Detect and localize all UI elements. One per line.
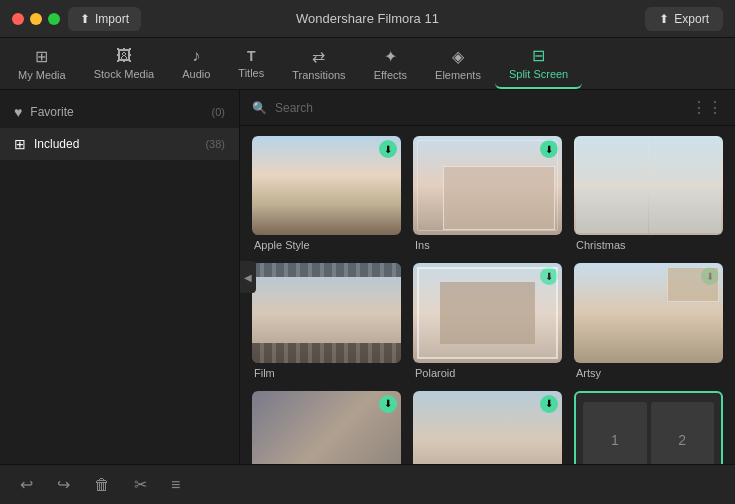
sidebar-label-included: Included xyxy=(34,137,79,151)
grid-label-apple-style: Apple Style xyxy=(252,239,401,251)
nav-label-stock-media: Stock Media xyxy=(94,68,155,80)
grid-label-polaroid: Polaroid xyxy=(413,367,562,379)
nav-label-audio: Audio xyxy=(182,68,210,80)
nav-item-stock-media[interactable]: 🖼 Stock Media xyxy=(80,38,169,89)
audio-icon: ♪ xyxy=(192,47,200,65)
sidebar-item-favorite[interactable]: ♥ Favorite (0) xyxy=(0,96,239,128)
stock-media-icon: 🖼 xyxy=(116,47,132,65)
grid-item-plastic[interactable]: ⬇ Plastic xyxy=(252,391,401,464)
favorite-count: (0) xyxy=(212,106,225,118)
my-media-icon: ⊞ xyxy=(35,47,48,66)
download-badge: ⬇ xyxy=(379,395,397,413)
cut-button[interactable]: ✂ xyxy=(130,471,151,498)
maximize-button[interactable] xyxy=(48,13,60,25)
included-count: (38) xyxy=(205,138,225,150)
menu-button[interactable]: ≡ xyxy=(167,472,184,498)
split-cell-2: 2 xyxy=(651,402,714,464)
thumb-apple-style: ⬇ xyxy=(252,136,401,235)
content-area: 🔍 ⋮⋮ ⬇ Apple Style ⬇ xyxy=(240,90,735,464)
xmas-cell-3 xyxy=(576,186,648,233)
split-inner: 1 2 xyxy=(583,402,714,464)
undo-button[interactable]: ↩ xyxy=(16,471,37,498)
thumb-christmas xyxy=(574,136,723,235)
nav-label-transitions: Transitions xyxy=(292,69,345,81)
download-badge: ⬇ xyxy=(540,395,558,413)
thumb-paper: ⬇ xyxy=(413,391,562,464)
grid-label-film: Film xyxy=(252,367,401,379)
minimize-button[interactable] xyxy=(30,13,42,25)
grid-label-christmas: Christmas xyxy=(574,239,723,251)
import-label: Import xyxy=(95,12,129,26)
nav-item-elements[interactable]: ◈ Elements xyxy=(421,38,495,89)
grid-item-paper[interactable]: ⬇ Paper xyxy=(413,391,562,464)
search-icon: 🔍 xyxy=(252,101,267,115)
nav-label-my-media: My Media xyxy=(18,69,66,81)
close-button[interactable] xyxy=(12,13,24,25)
thumb-polaroid: ⬇ xyxy=(413,263,562,362)
nav-item-my-media[interactable]: ⊞ My Media xyxy=(4,38,80,89)
grid-label-ins: Ins xyxy=(413,239,562,251)
app-title: Wondershare Filmora 11 xyxy=(296,11,439,26)
xmas-cell-1 xyxy=(576,138,648,185)
sidebar: ♥ Favorite (0) ⊞ Included (38) xyxy=(0,90,240,464)
items-grid: ⬇ Apple Style ⬇ Ins xyxy=(252,136,723,464)
thumb-plastic: ⬇ xyxy=(252,391,401,464)
nav-item-audio[interactable]: ♪ Audio xyxy=(168,38,224,89)
sidebar-collapse-button[interactable]: ◀ xyxy=(240,261,256,293)
grid-item-film[interactable]: Film xyxy=(252,263,401,378)
grid-container: ⬇ Apple Style ⬇ Ins xyxy=(240,126,735,464)
polaroid-inner xyxy=(440,282,536,343)
nav-item-split-screen[interactable]: ⊟ Split Screen xyxy=(495,38,582,89)
chevron-left-icon: ◀ xyxy=(244,272,252,283)
artsy-overlay xyxy=(667,267,719,302)
top-nav: ⊞ My Media 🖼 Stock Media ♪ Audio T Title… xyxy=(0,38,735,90)
film-strip-bottom xyxy=(252,343,401,363)
sidebar-item-included[interactable]: ⊞ Included (38) xyxy=(0,128,239,160)
search-bar: 🔍 ⋮⋮ xyxy=(240,90,735,126)
nav-item-effects[interactable]: ✦ Effects xyxy=(360,38,421,89)
nav-label-split-screen: Split Screen xyxy=(509,68,568,80)
xmas-cell-4 xyxy=(649,186,721,233)
titles-icon: T xyxy=(247,48,256,64)
sidebar-label-favorite: Favorite xyxy=(30,105,73,119)
grid-item-polaroid[interactable]: ⬇ Polaroid xyxy=(413,263,562,378)
grid-item-christmas[interactable]: Christmas xyxy=(574,136,723,251)
film-strip-top xyxy=(252,263,401,277)
nav-item-titles[interactable]: T Titles xyxy=(224,38,278,89)
titlebar: ⬆ Import Wondershare Filmora 11 ⬆ Export xyxy=(0,0,735,38)
grid-icon: ⊞ xyxy=(14,136,26,152)
grid-view-icon[interactable]: ⋮⋮ xyxy=(691,98,723,117)
nav-label-effects: Effects xyxy=(374,69,407,81)
grid-item-split-screen-1[interactable]: 1 2 Split Screen 1 xyxy=(574,391,723,464)
export-icon: ⬆ xyxy=(659,12,669,26)
polaroid-frame xyxy=(417,267,558,358)
nav-item-transitions[interactable]: ⇄ Transitions xyxy=(278,38,359,89)
effects-icon: ✦ xyxy=(384,47,397,66)
titlebar-left: ⬆ Import xyxy=(12,7,141,31)
bottom-toolbar: ↩ ↪ 🗑 ✂ ≡ xyxy=(0,464,735,504)
xmas-cell-2 xyxy=(649,138,721,185)
grid-item-ins[interactable]: ⬇ Ins xyxy=(413,136,562,251)
thumb-film xyxy=(252,263,401,362)
ins-inner xyxy=(443,166,555,231)
download-badge: ⬇ xyxy=(379,140,397,158)
split-cell-1: 1 xyxy=(583,402,646,464)
grid-label-artsy: Artsy xyxy=(574,367,723,379)
nav-label-elements: Elements xyxy=(435,69,481,81)
transitions-icon: ⇄ xyxy=(312,47,325,66)
traffic-lights xyxy=(12,13,60,25)
export-label: Export xyxy=(674,12,709,26)
redo-button[interactable]: ↪ xyxy=(53,471,74,498)
export-button[interactable]: ⬆ Export xyxy=(645,7,723,31)
grid-item-artsy[interactable]: ⬇ Artsy xyxy=(574,263,723,378)
search-input[interactable] xyxy=(275,101,683,115)
nav-label-titles: Titles xyxy=(238,67,264,79)
xmas-grid xyxy=(574,136,723,235)
heart-icon: ♥ xyxy=(14,104,22,120)
import-button[interactable]: ⬆ Import xyxy=(68,7,141,31)
grid-item-apple-style[interactable]: ⬇ Apple Style xyxy=(252,136,401,251)
thumb-split-screen-1: 1 2 xyxy=(574,391,723,464)
import-icon: ⬆ xyxy=(80,12,90,26)
delete-button[interactable]: 🗑 xyxy=(90,472,114,498)
thumb-artsy: ⬇ xyxy=(574,263,723,362)
